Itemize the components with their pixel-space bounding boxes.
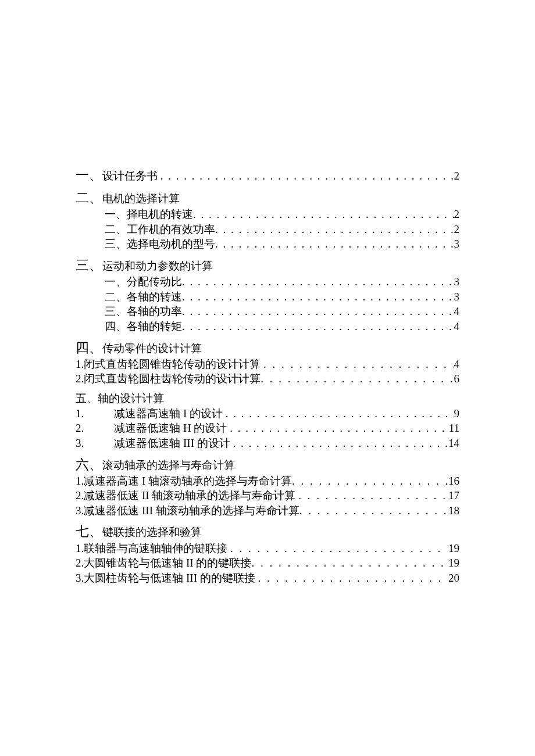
sub-title: 联轴器与高速轴轴伸的键联接	[84, 541, 227, 556]
page-number: 2	[454, 169, 460, 184]
page-number: 6	[454, 371, 460, 386]
toc-subentry: 二、 各轴的转速 3	[76, 289, 459, 304]
toc-subentry: 三、 选择电动机的型号 3	[76, 237, 459, 252]
page-number: 18	[448, 503, 459, 518]
sub-title: 择电机的转速	[127, 207, 193, 222]
leader-dots	[160, 169, 454, 184]
page-number: 19	[448, 556, 459, 571]
toc-entry-6: 六、 滚动轴承的选择与寿命计算	[76, 456, 459, 474]
section-number: 二、	[76, 189, 102, 207]
leader-dots	[258, 571, 445, 586]
toc-subentry: 三、 各轴的功率 4	[76, 304, 459, 319]
section-title: 运动和动力参数的计算	[102, 259, 213, 274]
toc-subentry: 1 . 减速器高速 I 轴滚动轴承的选择与寿命计算 16	[76, 474, 459, 489]
section-number: 三、	[76, 256, 102, 274]
page-number: 19	[448, 541, 459, 556]
sub-title: 减速器高速轴 I 的设计	[84, 406, 223, 421]
page-number: 17	[448, 488, 459, 503]
page-number: 2	[454, 222, 460, 237]
sub-number: 二、	[105, 222, 127, 237]
toc-subentry: 2. 减速器低速轴 H 的设计 11	[76, 421, 459, 436]
page-number: 4	[454, 357, 460, 372]
toc-subentry: 一、 分配传动比 3	[76, 274, 459, 289]
leader-dots	[261, 371, 454, 386]
leader-dots	[292, 474, 448, 489]
leader-dots	[182, 274, 454, 289]
page-number: 4	[454, 304, 460, 319]
toc-entry-4: 四、 传动零件的设计计算	[76, 339, 459, 357]
page-number: 20	[448, 571, 459, 586]
sub-title: 减速器低速轴 III 的设计	[84, 436, 230, 451]
sub-title: 各轴的转速	[127, 289, 182, 304]
toc-subentry: 3 . 大圆柱齿轮与低速轴 III 的的键联接 20	[76, 571, 459, 586]
page-number: 3	[454, 274, 460, 289]
leader-dots	[182, 304, 454, 319]
sub-title: 减速器低速轴 H 的设计	[84, 421, 227, 436]
leader-dots	[182, 319, 454, 334]
section-number: 一、	[76, 166, 102, 184]
toc-page: 一、 设计任务书 2 二、 电机的选择计算 一、 择电机的转速 2 二、 工作机…	[0, 0, 535, 756]
section-title: 电机的选择计算	[102, 191, 180, 206]
leader-dots	[299, 503, 448, 518]
sub-number: 二、	[105, 289, 127, 304]
toc-subentry: 四、 各轴的转矩 4	[76, 319, 459, 334]
toc-subentry: 2 . 大圆锥齿轮与低速轴 II 的的键联接 19	[76, 556, 459, 571]
toc-subentry: 3. 减速器低速轴 III 的设计 14	[76, 436, 459, 451]
sub-number: 1	[76, 541, 81, 556]
leader-dots	[226, 406, 454, 421]
section-title: 设计任务书	[102, 169, 158, 184]
sub-title: 大圆柱齿轮与低速轴 III 的的键联接	[84, 571, 255, 586]
sub-number: 3	[76, 503, 81, 518]
toc-subentry: 二、 工作机的有效功率 2	[76, 222, 459, 237]
leader-dots	[182, 289, 454, 304]
sub-title: 减速器高速 I 轴滚动轴承的选择与寿命计算	[84, 474, 292, 489]
toc-subentry: 1. 减速器高速轴 I 的设计 9	[76, 406, 459, 421]
section-number: 六、	[76, 456, 102, 474]
sub-title: 闭式直齿轮圆柱齿轮传动的设计计算	[84, 371, 261, 386]
sub-number: 3	[76, 571, 81, 586]
section-title: 传动零件的设计计算	[102, 341, 202, 356]
sub-number: 2	[76, 488, 81, 503]
section-title: 滚动轴承的选择与寿命计算	[102, 458, 235, 473]
page-number: 14	[448, 436, 459, 451]
leader-dots	[215, 237, 454, 252]
sub-title: 减速器低速 III 轴滚动轴承的选择与寿命计算	[84, 503, 299, 518]
leader-dots	[251, 556, 445, 571]
sub-number: 1.	[76, 406, 84, 421]
page-number: 2	[454, 207, 460, 222]
sub-title: 大圆锥齿轮与低速轴 II 的的键联接	[84, 556, 251, 571]
leader-dots	[230, 541, 445, 556]
sub-title: 选择电动机的型号	[127, 237, 215, 252]
sub-title: 减速器低速 II 轴滚动轴承的选择与寿命计算	[84, 488, 295, 503]
sub-number: 2	[76, 556, 81, 571]
sub-title: 工作机的有效功率	[127, 222, 215, 237]
leader-dots	[263, 357, 454, 372]
toc-subentry: 3 . 减速器低速 III 轴滚动轴承的选择与寿命计算 18	[76, 503, 459, 518]
page-number: 9	[454, 406, 460, 421]
section-number: 五、	[76, 391, 98, 406]
leader-dots	[298, 488, 448, 503]
page-number: 16	[448, 474, 459, 489]
toc-subentry: 2 . 减速器低速 II 轴滚动轴承的选择与寿命计算 17	[76, 488, 459, 503]
leader-dots	[230, 421, 448, 436]
toc-entry-2: 二、 电机的选择计算	[76, 189, 459, 207]
toc-subentry: 1 . 联轴器与高速轴轴伸的键联接 19	[76, 541, 459, 556]
toc-subentry: 2 . 闭式直齿轮圆柱齿轮传动的设计计算 6	[76, 371, 459, 386]
toc-entry-1: 一、 设计任务书 2	[76, 166, 459, 184]
page-number: 3	[454, 237, 460, 252]
section-number: 四、	[76, 339, 102, 357]
leader-dots	[193, 207, 454, 222]
sub-number: 一、	[105, 274, 127, 289]
sub-number: 一、	[105, 207, 127, 222]
sub-number: 2	[76, 371, 81, 386]
sub-number: 1	[76, 357, 81, 372]
sub-title: 分配传动比	[127, 274, 182, 289]
page-number: 4	[454, 319, 460, 334]
toc-subentry: 一、 择电机的转速 2	[76, 207, 459, 222]
page-number: 11	[449, 421, 459, 436]
section-title: 键联接的选择和验算	[102, 525, 202, 540]
section-title: 轴的设计计算	[98, 391, 164, 406]
toc-entry-3: 三、 运动和动力参数的计算	[76, 256, 459, 274]
sub-number: 2.	[76, 421, 84, 436]
sub-number: 3.	[76, 436, 84, 451]
